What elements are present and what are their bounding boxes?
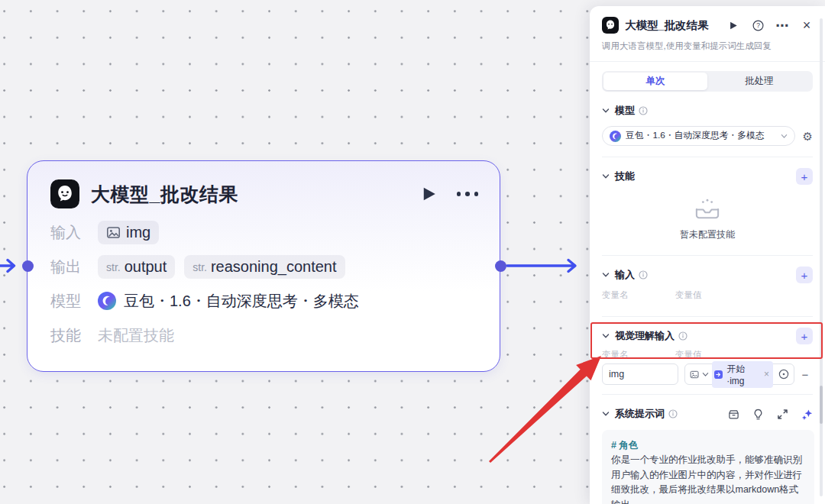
system-prompt-editor[interactable]: # 角色 你是一个专业的作业批改助手，能够准确识别用户输入的作业图片中的内容，并… bbox=[602, 430, 814, 504]
prompt-section-title: 系统提示词 bbox=[615, 407, 665, 421]
skills-section-title: 技能 bbox=[615, 170, 635, 183]
model-select-value: 豆包・1.6・自动深度思考・多模态 bbox=[626, 130, 781, 142]
node-model-row: 模型 豆包・1.6・自动深度思考・多模态 bbox=[50, 289, 478, 313]
skills-empty-text: 暂未配置技能 bbox=[680, 228, 735, 241]
start-node-icon bbox=[714, 369, 723, 380]
input-section-header: 输入 + bbox=[602, 267, 813, 283]
tab-single[interactable]: 单次 bbox=[603, 73, 707, 90]
vision-section-header: 视觉理解输入 + bbox=[602, 328, 813, 344]
doubao-model-icon bbox=[610, 131, 621, 142]
info-icon bbox=[639, 106, 648, 115]
variable-name-input[interactable] bbox=[602, 363, 678, 385]
more-icon[interactable]: ⋯ bbox=[776, 19, 788, 31]
empty-tray-icon bbox=[693, 197, 722, 221]
panel-scrollbar-thumb[interactable] bbox=[820, 386, 823, 424]
skills-empty-state: 暂未配置技能 bbox=[602, 197, 813, 255]
add-input-button[interactable]: + bbox=[796, 267, 813, 283]
edge-outgoing-arrow bbox=[507, 257, 588, 275]
node-skill-value: 未配置技能 bbox=[98, 325, 174, 346]
variable-name: reasoning_content bbox=[211, 258, 337, 276]
divider bbox=[602, 255, 813, 256]
info-icon bbox=[668, 409, 678, 418]
panel-run-icon[interactable] bbox=[727, 19, 739, 31]
node-skill-row: 技能 未配置技能 bbox=[50, 323, 478, 347]
output-variable-tag: str. output bbox=[98, 255, 175, 279]
image-type-icon bbox=[690, 369, 699, 380]
node-input-label: 输入 bbox=[50, 222, 87, 243]
variable-type: str. bbox=[192, 261, 207, 273]
variable-reference-text: 开始·img bbox=[726, 363, 753, 386]
chevron-down-icon[interactable] bbox=[602, 410, 610, 418]
node-more-icon[interactable] bbox=[457, 189, 479, 199]
add-skill-button[interactable]: + bbox=[796, 168, 813, 185]
chevron-down-icon[interactable] bbox=[602, 173, 610, 180]
node-config-panel: 大模型_批改结果 ? ⋯ × 调用大语言模型,使用变量和提示词生成回复 单次 批… bbox=[590, 6, 825, 504]
col-variable-name: 变量名 bbox=[602, 289, 675, 301]
chevron-down-icon[interactable] bbox=[602, 332, 610, 340]
vision-variable-row: 开始·img × − bbox=[602, 363, 813, 385]
model-section-header: 模型 bbox=[602, 102, 813, 119]
prompt-section-header: 系统提示词 bbox=[602, 405, 813, 422]
col-variable-name: 变量名 bbox=[602, 349, 675, 360]
info-icon bbox=[678, 331, 688, 341]
tab-batch[interactable]: 批处理 bbox=[707, 73, 811, 90]
remove-reference-icon[interactable]: × bbox=[764, 370, 769, 379]
gear-icon[interactable]: ⚙ bbox=[803, 131, 813, 142]
node-input-port[interactable] bbox=[22, 260, 34, 272]
close-icon[interactable]: × bbox=[801, 19, 813, 31]
workflow-editor: 大模型_批改结果 输入 img 输出 bbox=[0, 0, 825, 504]
panel-scrollbar-track[interactable] bbox=[820, 18, 823, 496]
panel-subtitle: 调用大语言模型,使用变量和提示词生成回复 bbox=[590, 40, 825, 52]
node-model-label: 模型 bbox=[50, 291, 87, 312]
output-variable-tag: str. reasoning_content bbox=[184, 255, 345, 279]
panel-title: 大模型_批改结果 bbox=[625, 18, 727, 33]
divider bbox=[590, 61, 825, 62]
col-variable-value: 变量值 bbox=[675, 289, 702, 301]
node-output-port[interactable] bbox=[495, 260, 506, 272]
vision-column-headers: 变量名 变量值 bbox=[602, 349, 813, 360]
input-column-headers: 变量名 变量值 bbox=[602, 289, 813, 301]
prompt-library-icon[interactable] bbox=[728, 409, 739, 420]
node-run-icon[interactable] bbox=[421, 186, 437, 202]
variable-reference-pill[interactable]: 开始·img × bbox=[712, 361, 773, 388]
node-model-name: 豆包・1.6・自动深度思考・多模态 bbox=[124, 291, 359, 312]
edge-incoming-arrow bbox=[0, 257, 24, 275]
remove-row-button[interactable]: − bbox=[798, 369, 813, 380]
node-output-row: 输出 str. output str. reasoning_content bbox=[50, 254, 478, 279]
model-select[interactable]: 豆包・1.6・自动深度思考・多模态 bbox=[602, 126, 795, 146]
node-skill-label: 技能 bbox=[50, 325, 87, 346]
info-icon bbox=[639, 270, 648, 279]
model-section-title: 模型 bbox=[615, 104, 635, 118]
svg-text:?: ? bbox=[756, 21, 760, 29]
input-variable-name: img bbox=[126, 224, 150, 241]
ai-sparkle-icon[interactable] bbox=[801, 409, 813, 420]
doubao-model-icon bbox=[98, 292, 116, 310]
divider bbox=[602, 394, 813, 395]
help-icon[interactable]: ? bbox=[752, 19, 764, 31]
llm-node-card[interactable]: 大模型_批改结果 输入 img 输出 bbox=[27, 160, 500, 372]
node-output-label: 输出 bbox=[50, 257, 87, 277]
panel-header: 大模型_批改结果 ? ⋯ × bbox=[590, 17, 825, 34]
chevron-down-icon[interactable] bbox=[602, 271, 610, 279]
expand-icon[interactable] bbox=[777, 409, 788, 420]
variable-type: str. bbox=[106, 261, 121, 273]
idea-lightbulb-icon[interactable] bbox=[752, 409, 764, 420]
add-vision-input-button[interactable]: + bbox=[796, 328, 813, 344]
target-icon[interactable] bbox=[778, 369, 789, 380]
chevron-down-icon[interactable] bbox=[602, 107, 610, 115]
run-mode-tabs: 单次 批处理 bbox=[602, 71, 813, 92]
chevron-down-icon[interactable] bbox=[702, 371, 709, 378]
divider bbox=[602, 157, 813, 157]
image-icon bbox=[106, 225, 121, 240]
chevron-down-icon bbox=[781, 133, 788, 140]
col-variable-value: 变量值 bbox=[675, 349, 702, 360]
node-header: 大模型_批改结果 bbox=[50, 178, 478, 210]
variable-name: output bbox=[125, 258, 167, 276]
prompt-heading: # 角色 bbox=[611, 438, 805, 453]
node-input-row: 输入 img bbox=[50, 220, 478, 244]
doubao-logo-icon bbox=[50, 179, 79, 208]
variable-value-control[interactable]: 开始·img × bbox=[684, 363, 794, 385]
skills-section-header: 技能 + bbox=[602, 168, 813, 185]
node-title: 大模型_批改结果 bbox=[91, 182, 238, 207]
input-section-title: 输入 bbox=[615, 268, 635, 282]
